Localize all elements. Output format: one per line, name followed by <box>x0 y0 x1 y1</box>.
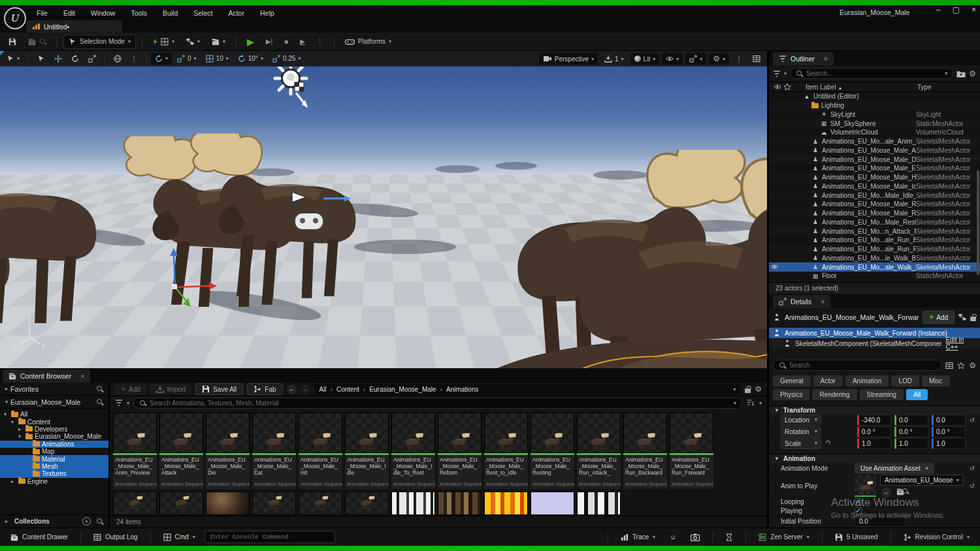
detail-chip[interactable]: LOD <box>891 375 919 386</box>
asset-tile[interactable] <box>531 492 574 515</box>
play-button[interactable]: ▶ <box>242 34 259 50</box>
view-mode-lit[interactable]: Lit▾ <box>630 54 660 65</box>
revision-control-button[interactable]: Revision Control▾ <box>898 531 975 543</box>
tree-item[interactable]: ▾ All <box>0 411 108 418</box>
play-options-dots[interactable]: ⋮ <box>312 35 328 48</box>
outliner-row[interactable]: Floor StaticMeshActor <box>769 272 980 281</box>
browse-content-button[interactable] <box>24 35 51 48</box>
pin-column-star-icon[interactable] <box>783 83 791 91</box>
tree-item[interactable]: Animations <box>0 441 108 448</box>
viewport-3d-scene[interactable]: zxy <box>0 67 767 368</box>
content-drawer-button[interactable]: Content Drawer <box>5 531 73 543</box>
asset-tile[interactable]: Animations_EU_Moose_Male_Run_Attack_ Ani… <box>577 413 621 489</box>
favorites-search-icon[interactable] <box>96 385 103 392</box>
add-component-button[interactable]: +Add <box>923 311 955 324</box>
screenshot-icon[interactable] <box>685 531 705 543</box>
outliner-row[interactable]: Animations_EU_Mo...ale_Anim_Preview Skel… <box>769 137 980 146</box>
transform-dots[interactable]: ⋮ <box>127 53 141 64</box>
show-flags-button[interactable]: ▾ <box>662 53 683 65</box>
outliner-row[interactable]: SM_SkySphere StaticMeshActor <box>769 119 980 128</box>
outliner-row[interactable]: Untitled (Editor) <box>769 92 980 101</box>
trace-button[interactable]: Trace▾ <box>615 531 661 543</box>
reset-anim-icon[interactable]: ↺ <box>968 482 976 490</box>
outliner-row[interactable]: Animations_EU_Mo...ale_Run_Forward Skele… <box>769 245 980 254</box>
y-value-field[interactable]: 0.0 <box>894 415 928 426</box>
type-column[interactable]: Type <box>917 84 977 91</box>
outliner-row[interactable]: Animations_EU_Moose_Male_Eat SkeletalMes… <box>769 164 980 173</box>
asset-tile[interactable]: Animations_EU_Moose_Male_Idle Animation … <box>345 413 389 489</box>
blueprints-button[interactable]: ▾ <box>182 35 204 48</box>
browser-settings-icon[interactable]: ⚙ <box>755 386 762 392</box>
tree-item[interactable]: Map <box>0 448 108 455</box>
tree-item[interactable]: Textures <box>0 470 108 477</box>
menu-item[interactable]: Help <box>252 7 282 20</box>
asset-tile[interactable] <box>252 492 296 515</box>
camera-speed[interactable]: 1▾ <box>600 53 628 65</box>
breadcrumb-item[interactable]: All <box>319 386 327 393</box>
viewport-dots[interactable]: ⋮ <box>732 54 746 65</box>
outliner-row[interactable]: Animations_EU_Mo...Male_Idle_To_Rest Ske… <box>769 191 980 200</box>
anim-asset-select[interactable]: Animations_EU_Moose_Male▾ <box>880 475 964 486</box>
menu-item[interactable]: Window <box>83 7 123 20</box>
tree-item[interactable]: ▸ Engine <box>0 478 108 485</box>
surface-snap-value[interactable]: 0▾ <box>173 53 201 65</box>
eject-button[interactable]: ▶ <box>295 35 310 48</box>
perspective-select[interactable]: Perspective▾ <box>539 53 598 65</box>
lighting-tools-button[interactable]: ▾ <box>685 53 706 65</box>
collections-section[interactable]: ▸Collections + <box>0 514 108 527</box>
project-root-section[interactable]: ▾Eurasian_Moose_Male <box>0 396 108 409</box>
forward-icon[interactable]: → <box>301 385 310 394</box>
viewport-layout-button[interactable] <box>749 53 764 65</box>
content-browser-close-icon[interactable]: × <box>80 372 84 380</box>
grid-snap-value[interactable]: 10▾ <box>202 53 233 65</box>
back-icon[interactable]: ← <box>287 385 297 394</box>
output-log-button[interactable]: Output Log <box>88 531 142 543</box>
outliner-row[interactable]: Animations_EU_Moose_Male_Die SkeletalMes… <box>769 155 980 164</box>
outliner-row[interactable]: SkyLight SkyLight <box>769 110 980 119</box>
save-all-button[interactable]: Save All <box>195 383 243 395</box>
menu-item[interactable]: Actor <box>220 7 252 20</box>
asset-tile[interactable] <box>206 492 250 515</box>
tree-item[interactable]: Material <box>0 455 108 462</box>
outliner-row[interactable]: Animations_EU_Mo...ale_Run_Backward Skel… <box>769 236 980 245</box>
world-local-toggle[interactable] <box>110 53 125 65</box>
moose-actor[interactable] <box>0 126 96 323</box>
unsaved-changes-button[interactable]: 5 Unsaved <box>830 531 883 543</box>
outliner-row[interactable]: Animations_EU_Moose_Male_Resting Skeleta… <box>769 209 980 218</box>
outliner-row[interactable]: Animations_EU_Mo...Male_Rest_to_Idle Ske… <box>769 218 980 227</box>
animation-section-header[interactable]: ▼Animation <box>769 454 980 463</box>
content-browser-tab[interactable]: Content Browser × <box>3 370 90 383</box>
edit-in-cpp-link[interactable]: Edit in C++ <box>945 336 976 351</box>
detail-chip[interactable]: All <box>906 389 928 400</box>
asset-tile[interactable]: Animations_EU_Moose_Male_Attack Animatio… <box>159 413 203 489</box>
favorites-star-icon[interactable] <box>957 362 965 370</box>
asset-tile[interactable]: Animations_EU_Moose_Male_Idle_To_Rest An… <box>391 413 435 489</box>
component-row[interactable]: SkeletalMeshComponent (SkeletalMeshCompo… <box>769 338 980 349</box>
menu-item[interactable]: Tools <box>123 7 155 20</box>
outliner-row[interactable]: Animations_EU_Moose_Male_Reborn Skeletal… <box>769 200 980 209</box>
console-command-input[interactable]: Enter Console Command <box>204 531 335 543</box>
asset-tile[interactable]: Animations_EU_Moose_Male_Anim_Preview An… <box>113 413 157 489</box>
path-dropdown-icon[interactable]: ▾ <box>733 386 736 392</box>
favorites-section[interactable]: ▸Favorites <box>0 383 108 396</box>
outliner-row[interactable]: Animations_EU_Mo...ale_Walk_Forward Skel… <box>769 262 980 272</box>
details-settings-icon[interactable]: ⚙ <box>969 362 976 369</box>
surface-snapping-button[interactable]: ▾ <box>151 53 172 65</box>
create-folder-icon[interactable] <box>956 70 966 78</box>
visibility-column-eye-icon[interactable] <box>774 83 781 91</box>
outliner-row[interactable]: Animations_EU_Mo...le_Walk_Backward Skel… <box>769 254 980 263</box>
breadcrumb-item[interactable]: Content <box>329 386 359 393</box>
outliner-row[interactable]: Animations_EU_Moose_Male_Hit SkeletalMes… <box>769 173 980 182</box>
feedback-smiley-icon[interactable]: ☺ <box>664 531 681 543</box>
sun-light-gizmo[interactable] <box>275 67 308 108</box>
outliner-tab[interactable]: Outliner × <box>773 52 834 65</box>
x-value-field[interactable]: 0.0 ° <box>857 426 891 437</box>
level-tab[interactable]: Untitled• <box>26 20 122 33</box>
cinematics-button[interactable]: ▾ <box>207 35 230 48</box>
x-value-field[interactable]: 1.0 <box>857 438 891 449</box>
z-value-field[interactable]: 0.0 ° <box>932 426 966 437</box>
outliner-row[interactable]: Animations_EU_Moose_Male_Idle SkeletalMe… <box>769 182 980 191</box>
y-value-field[interactable]: 1.0 <box>894 438 928 449</box>
asset-filter-icon[interactable] <box>115 399 123 407</box>
import-button[interactable]: Import <box>150 384 191 394</box>
